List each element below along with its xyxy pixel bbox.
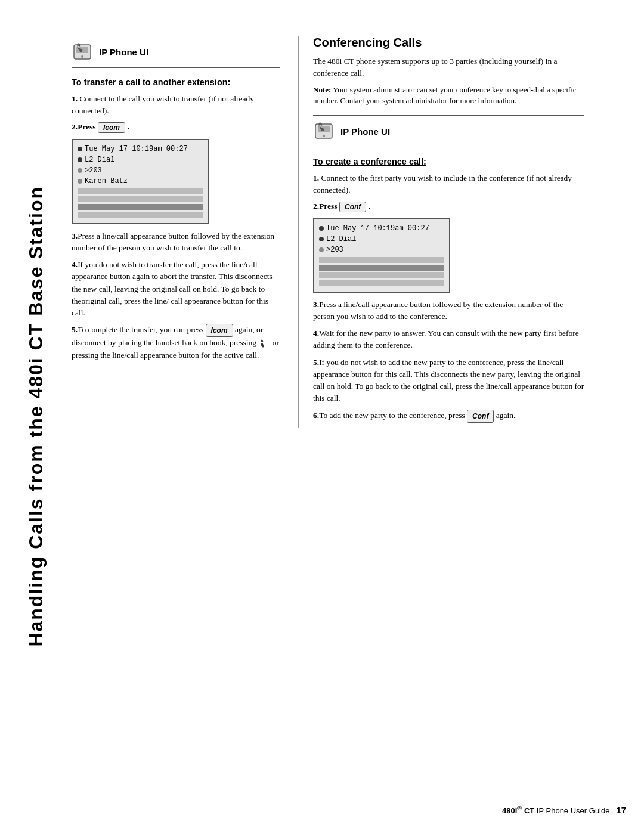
- screen2-bar-3: [319, 272, 444, 278]
- step2-press-left: 2.Press Icom .: [72, 122, 280, 133]
- step1-num-left: 1.: [72, 94, 80, 103]
- main-content: IP Phone UI To transfer a call to anothe…: [72, 36, 608, 428]
- screen2-line-1: Tue May 17 10:19am 00:27: [319, 223, 444, 234]
- right-column: Conferencing Calls The 480i CT phone sys…: [298, 36, 584, 428]
- screen-bar-1: [78, 188, 203, 194]
- dot2-2: [319, 237, 324, 241]
- phone-icon-right: [313, 120, 335, 142]
- icom-button-1[interactable]: Icom: [98, 122, 125, 133]
- step3-left: 3.Press a line/call appearance button fo…: [72, 230, 280, 255]
- conf-button-2[interactable]: Conf: [467, 410, 494, 423]
- step4-right: 4.Wait for the new party to answer. You …: [313, 327, 584, 352]
- screen-line-2: L2 Dial: [78, 154, 203, 165]
- icom-button-2[interactable]: Icom: [206, 324, 233, 337]
- screen-bar-4: [78, 212, 203, 218]
- note-paragraph: Note: Your system administrator can set …: [313, 85, 584, 107]
- screen-line-4: Karen Batz: [78, 176, 203, 187]
- step4-left: 4.If you do not wish to transfer the cal…: [72, 259, 280, 319]
- footer-superscript: ®: [517, 804, 522, 812]
- ip-phone-ui-label-right: IP Phone UI: [340, 126, 390, 137]
- create-conf-heading: To create a conference call:: [313, 157, 584, 166]
- dot2-3: [319, 247, 324, 252]
- footer-brand2: CT IP Phone User Guide: [524, 806, 614, 815]
- conf-intro: The 480i CT phone system supports up to …: [313, 55, 584, 80]
- step1-left: 1. Connect to the call you wish to trans…: [72, 93, 280, 117]
- ip-phone-ui-box-left: IP Phone UI: [72, 36, 280, 68]
- handset-icon: [259, 339, 269, 348]
- step2-press-right: 2.Press Conf .: [313, 202, 584, 212]
- conf-button-1[interactable]: Conf: [339, 202, 366, 212]
- footer-brand: 480i: [502, 806, 517, 815]
- sidebar: Handling Calls from the 480i CT Base Sta…: [0, 0, 72, 833]
- dot-2: [78, 157, 82, 162]
- dot-3: [78, 168, 82, 173]
- ip-phone-ui-label-left: IP Phone UI: [99, 47, 148, 57]
- ip-phone-ui-box-right: IP Phone UI: [313, 115, 584, 147]
- phone-screen-2: Tue May 17 10:19am 00:27 L2 Dial >203: [313, 218, 450, 293]
- step6-right: 6.To add the new party to the conference…: [313, 410, 584, 423]
- svg-point-5: [323, 135, 325, 137]
- conferencing-heading: Conferencing Calls: [313, 36, 584, 49]
- screen2-bar-2: [319, 265, 444, 271]
- screen-line-1: Tue May 17 10:19am 00:27: [78, 144, 203, 154]
- transfer-heading: To transfer a call to another extension:: [72, 78, 280, 87]
- phone-icon-left: [72, 41, 93, 63]
- dot-1: [78, 147, 82, 151]
- sidebar-title: Handling Calls from the 480i CT Base Sta…: [25, 186, 47, 647]
- left-column: IP Phone UI To transfer a call to anothe…: [72, 36, 298, 428]
- footer-text: 480i® CT IP Phone User Guide 17: [502, 804, 626, 815]
- step1-right: 1. Connect to the first party you wish t…: [313, 172, 584, 197]
- note-label: Note:: [313, 85, 331, 94]
- dot2-1: [319, 226, 324, 231]
- screen2-line-3: >203: [319, 244, 444, 255]
- screen2-line-2: L2 Dial: [319, 234, 444, 244]
- phone-screen-1: Tue May 17 10:19am 00:27 L2 Dial >203 Ka…: [72, 139, 209, 224]
- screen-bar-3: [78, 204, 203, 210]
- screen-bar-2: [78, 196, 203, 202]
- step3-right: 3.Press a line/call appearance button fo…: [313, 299, 584, 323]
- footer-page-num: 17: [616, 805, 626, 815]
- screen-line-3: >203: [78, 165, 203, 176]
- screen2-bar-1: [319, 257, 444, 263]
- step5-right: 5.If you do not wish to add the new part…: [313, 357, 584, 405]
- footer: 480i® CT IP Phone User Guide 17: [72, 798, 626, 815]
- screen2-bar-4: [319, 280, 444, 286]
- step5-left: 5.To complete the transfer, you can pres…: [72, 324, 280, 361]
- svg-point-2: [81, 55, 83, 58]
- dot-4: [78, 179, 82, 184]
